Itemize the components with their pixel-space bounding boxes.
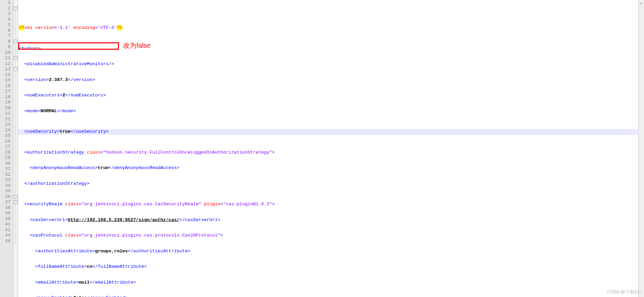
line-number: 38 bbox=[0, 205, 10, 211]
line-number: 4 bbox=[0, 17, 10, 23]
code-editor[interactable]: 1234567891011121314151617181920212223242… bbox=[0, 0, 644, 297]
line-number: 29 bbox=[0, 155, 10, 161]
line-number: 43 bbox=[0, 233, 10, 239]
line-number: 33 bbox=[0, 177, 10, 183]
vertical-scrollbar[interactable]: ▴ bbox=[638, 0, 644, 297]
code-line[interactable]: <denyAnonymousReadAccess>true</denyAnony… bbox=[18, 165, 638, 171]
line-number: 8 bbox=[0, 39, 10, 45]
line-number: 17 bbox=[0, 89, 10, 94]
line-number: 5 bbox=[0, 22, 10, 28]
line-number: 9 bbox=[0, 44, 10, 50]
fold-toggle-icon[interactable]: − bbox=[14, 56, 17, 60]
line-number: 41 bbox=[0, 222, 10, 227]
fold-column[interactable]: −−−−−− bbox=[13, 0, 18, 297]
line-number: 20 bbox=[0, 105, 10, 111]
code-line[interactable]: <version>2.387.3</version> bbox=[18, 77, 638, 83]
code-area[interactable]: <?xml version='1.1' encoding='UTF-8'?> <… bbox=[18, 0, 638, 297]
code-line[interactable]: <authoritiesAttribute>groups,roles</auth… bbox=[18, 249, 638, 254]
line-number: 19 bbox=[0, 100, 10, 105]
line-number: 25 bbox=[0, 133, 10, 139]
code-line[interactable]: <emailAttribute>mail</emailAttribute> bbox=[18, 280, 638, 286]
line-number: 30 bbox=[0, 161, 10, 167]
line-number-gutter: 1234567891011121314151617181920212223242… bbox=[0, 0, 13, 297]
line-number: 31 bbox=[0, 166, 10, 172]
line-number: 35 bbox=[0, 188, 10, 194]
line-number: 15 bbox=[0, 78, 10, 83]
line-number: 21 bbox=[0, 111, 10, 117]
line-number: 40 bbox=[0, 216, 10, 222]
fold-toggle-icon[interactable]: − bbox=[14, 195, 17, 199]
fold-toggle-icon[interactable]: − bbox=[14, 6, 17, 10]
fold-toggle-icon[interactable]: − bbox=[14, 200, 17, 204]
line-number: 39 bbox=[0, 211, 10, 216]
code-line[interactable]: </authorizationStrategy> bbox=[18, 181, 638, 187]
code-line[interactable]: <mode>NORMAL</mode> bbox=[18, 109, 638, 114]
line-number: 11 bbox=[0, 55, 10, 61]
line-number: 37 bbox=[0, 200, 10, 205]
line-number: 22 bbox=[0, 117, 10, 122]
line-number: 28 bbox=[0, 150, 10, 156]
line-number: 23 bbox=[0, 122, 10, 128]
line-number: 36 bbox=[0, 194, 10, 200]
code-line[interactable]: <disabledAdministrativeMonitors/> bbox=[18, 61, 638, 67]
line-number: 7 bbox=[0, 33, 10, 39]
code-line[interactable]: <fullNameAttribute>cn</fullNameAttribute… bbox=[18, 264, 638, 270]
line-number: 26 bbox=[0, 139, 10, 144]
line-number: 12 bbox=[0, 61, 10, 67]
line-number: 13 bbox=[0, 67, 10, 72]
scroll-up-icon[interactable]: ▴ bbox=[639, 0, 644, 6]
code-line-use-security[interactable]: <useSecurity>true</useSecurity> bbox=[18, 129, 638, 135]
code-line[interactable]: <hudson> bbox=[18, 46, 638, 52]
line-number: 14 bbox=[0, 72, 10, 78]
line-number: 32 bbox=[0, 172, 10, 178]
line-number: 2 bbox=[0, 6, 10, 11]
fold-toggle-icon[interactable]: − bbox=[14, 40, 17, 43]
code-line[interactable]: <authorizationStrategy class="hudson.sec… bbox=[18, 150, 638, 156]
line-number: 44 bbox=[0, 239, 10, 244]
code-line[interactable]: <proxyEnabled>false</proxyEnabled> bbox=[18, 295, 638, 297]
line-number: 24 bbox=[0, 128, 10, 133]
line-number: 16 bbox=[0, 83, 10, 89]
code-line[interactable]: <casServerUrl>http://192.168.5.239:9527/… bbox=[18, 217, 638, 223]
fold-toggle-icon[interactable]: − bbox=[14, 67, 17, 71]
line-number: 18 bbox=[0, 94, 10, 100]
line-number: 34 bbox=[0, 183, 10, 189]
line-number: 27 bbox=[0, 144, 10, 150]
line-number: 10 bbox=[0, 50, 10, 56]
line-number: 42 bbox=[0, 227, 10, 233]
code-line[interactable]: <?xml version='1.1' encoding='UTF-8'?> bbox=[18, 25, 638, 31]
line-number: 1 bbox=[0, 0, 10, 6]
code-line[interactable]: <securityRealm class="org.jenkinsci.plug… bbox=[18, 202, 638, 207]
code-line[interactable]: <casProtocol class="org.jenkinsci.plugin… bbox=[18, 233, 638, 239]
line-number: 6 bbox=[0, 28, 10, 34]
line-number: 3 bbox=[0, 11, 10, 17]
code-line[interactable]: <numExecutors>2</numExecutors> bbox=[18, 93, 638, 98]
